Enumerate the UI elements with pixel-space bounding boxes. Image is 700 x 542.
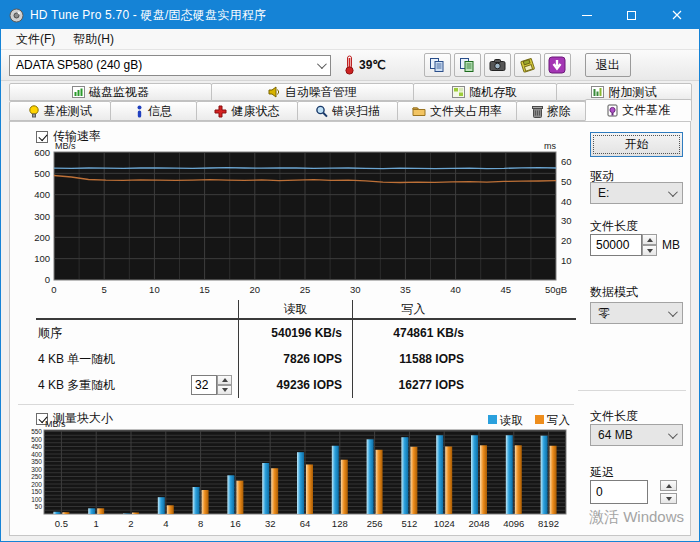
copy-icon — [429, 57, 445, 73]
spin-up-button[interactable] — [660, 480, 677, 491]
svg-text:200: 200 — [34, 232, 50, 243]
svg-text:50: 50 — [35, 503, 43, 510]
erase-icon — [532, 105, 543, 118]
svg-text:16: 16 — [230, 518, 241, 529]
copy-image-button[interactable] — [454, 53, 481, 77]
svg-text:100: 100 — [31, 496, 42, 503]
menu-help[interactable]: 帮助(H) — [64, 29, 123, 50]
write-value: 474861 KB/s — [352, 320, 474, 346]
svg-text:30: 30 — [561, 215, 572, 226]
tab-noise-management[interactable]: 自动噪音管理 — [211, 83, 414, 101]
benchmark-icon — [28, 105, 40, 118]
target-drive-combobox[interactable]: E: — [590, 182, 683, 204]
tab-error-scan[interactable]: 错误扫描 — [297, 101, 399, 121]
svg-text:32: 32 — [265, 518, 276, 529]
exit-button[interactable]: 退出 — [585, 53, 631, 77]
screenshot-button[interactable] — [484, 53, 511, 77]
random-access-icon — [452, 86, 465, 98]
svg-text:200: 200 — [31, 481, 42, 488]
activate-windows-watermark: 激活 Windows — [589, 508, 684, 527]
spin-up-button[interactable] — [217, 375, 232, 385]
disk-monitor-icon — [72, 86, 85, 98]
window-controls — [564, 1, 699, 29]
file-benchmark-panel: 传输速率 01002003004005006001020304050600510… — [9, 121, 691, 536]
svg-text:35: 35 — [400, 284, 411, 295]
tab-label: 随机存取 — [469, 84, 517, 101]
block-file-length-combobox[interactable]: 64 MB — [590, 424, 683, 446]
tab-label: 文件基准 — [622, 102, 670, 119]
delay-input[interactable] — [590, 480, 648, 504]
tab-file-benchmark[interactable]: 文件基准 — [585, 99, 692, 121]
tab-info[interactable]: 信息 — [110, 101, 198, 121]
arrow-down-icon — [222, 388, 228, 392]
data-mode-combobox[interactable]: 零 — [590, 302, 683, 324]
spin-down-button[interactable] — [642, 245, 657, 256]
chevron-down-icon — [668, 429, 678, 439]
noise-icon — [268, 86, 281, 98]
copy-text-button[interactable] — [424, 53, 451, 77]
data-mode-value: 零 — [598, 305, 610, 322]
svg-text:MB/s: MB/s — [55, 141, 76, 151]
write-value: 11588 IOPS — [352, 346, 474, 372]
results-table-header: 读取 写入 — [36, 300, 576, 320]
svg-text:10: 10 — [149, 284, 160, 295]
arrow-down-icon — [647, 249, 653, 253]
chevron-down-icon — [668, 187, 678, 197]
queue-depth-stepper — [191, 375, 238, 395]
svg-text:25: 25 — [300, 284, 311, 295]
save-button[interactable] — [514, 53, 541, 77]
tab-row-2: 基准测试 信息 健康状态 错误扫描 文件夹占用率 擦除 — [9, 101, 691, 121]
svg-text:300: 300 — [31, 466, 42, 473]
queue-depth-input[interactable] — [191, 375, 217, 395]
svg-text:4: 4 — [163, 518, 168, 529]
read-value: 49236 IOPS — [238, 372, 352, 398]
svg-text:30: 30 — [350, 284, 361, 295]
tab-random-access[interactable]: 随机存取 — [413, 83, 557, 101]
tab-disk-monitor[interactable]: 磁盘监视器 — [9, 83, 212, 101]
tab-health[interactable]: 健康状态 — [196, 101, 298, 121]
tab-label: 自动噪音管理 — [285, 84, 357, 101]
close-button[interactable] — [654, 1, 699, 29]
spin-down-button[interactable] — [660, 493, 677, 504]
maximize-button[interactable] — [609, 1, 654, 29]
block-file-length-value: 64 MB — [598, 428, 633, 442]
minimize-button[interactable] — [564, 1, 609, 29]
tab-folder-usage[interactable]: 文件夹占用率 — [397, 101, 516, 121]
extra-tests-icon — [591, 86, 604, 98]
svg-text:0: 0 — [45, 274, 50, 285]
window-title: HD Tune Pro 5.70 - 硬盘/固态硬盘实用程序 — [30, 7, 266, 24]
chevron-down-icon — [317, 59, 327, 69]
download-icon — [548, 56, 566, 74]
file-length-input[interactable] — [590, 234, 642, 256]
drive-combobox[interactable]: ADATA SP580 (240 gB) — [9, 55, 331, 76]
spin-down-button[interactable] — [217, 385, 232, 395]
svg-text:128: 128 — [332, 518, 348, 529]
start-button[interactable]: 开始 — [590, 132, 683, 157]
tab-erase[interactable]: 擦除 — [516, 101, 587, 121]
svg-text:256: 256 — [367, 518, 383, 529]
svg-text:40: 40 — [561, 196, 572, 207]
menu-file[interactable]: 文件(F) — [7, 29, 64, 50]
arrow-down-icon — [666, 497, 672, 501]
temperature-indicator: 39℃ — [343, 55, 386, 75]
spin-up-button[interactable] — [642, 234, 657, 245]
read-value: 540196 KB/s — [238, 320, 352, 346]
thermometer-icon — [343, 55, 356, 75]
read-column-header: 读取 — [238, 300, 352, 318]
toolbar: ADATA SP580 (240 gB) 39℃ — [1, 50, 699, 81]
svg-text:20: 20 — [561, 235, 572, 246]
folder-icon — [412, 105, 426, 117]
svg-text:64: 64 — [300, 518, 311, 529]
file-length-unit: MB — [662, 238, 680, 252]
tab-benchmark[interactable]: 基准测试 — [9, 101, 111, 121]
svg-text:45: 45 — [501, 284, 512, 295]
file-length-stepper: MB — [590, 234, 680, 256]
save-icon — [519, 57, 536, 73]
error-scan-icon — [315, 105, 328, 118]
svg-text:600: 600 — [34, 147, 50, 158]
svg-text:0.5: 0.5 — [55, 518, 68, 529]
download-button[interactable] — [544, 53, 571, 77]
row-label: 4 KB 多重随机 — [36, 377, 191, 394]
svg-text:5: 5 — [102, 284, 107, 295]
delay-label: 延迟 — [590, 464, 614, 481]
